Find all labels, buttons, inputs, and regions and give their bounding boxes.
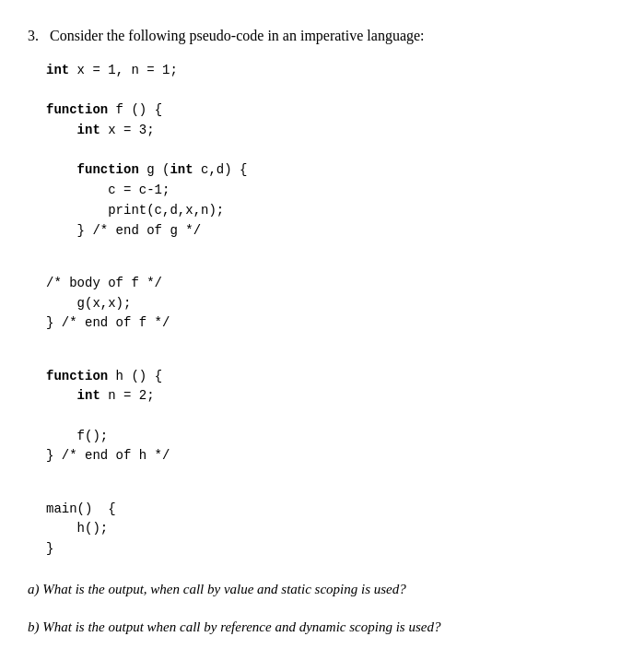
code-block: int x = 1, n = 1; function f () { int x …: [46, 61, 616, 560]
code-line-5: [46, 141, 616, 161]
code-line-6: function g (int c,d) {: [46, 160, 616, 181]
code-line-12: g(x,x);: [46, 294, 616, 314]
code-line-16: int n = 2;: [46, 386, 616, 407]
code-line-21: main() {: [46, 500, 616, 520]
code-line-23: }: [46, 539, 616, 560]
question-intro: Consider the following pseudo-code in an…: [50, 28, 425, 43]
code-line-3: function f () {: [46, 100, 616, 121]
code-line-8: print(c,d,x,n);: [46, 201, 616, 221]
code-line-18: f();: [46, 427, 616, 447]
code-line-11: /* body of f */: [46, 274, 616, 294]
question-container: 3. Consider the following pseudo-code in…: [28, 18, 616, 644]
code-line-19: } /* end of h */: [46, 446, 616, 466]
code-line-17: [46, 407, 616, 427]
code-line-9: } /* end of g */: [46, 221, 616, 242]
code-line-10: [46, 253, 616, 274]
question-number: 3.: [28, 28, 39, 43]
part-a: a) What is the output, when call by valu…: [28, 582, 616, 597]
code-line-1: int x = 1, n = 1;: [46, 61, 616, 81]
code-line-7: c = c-1;: [46, 181, 616, 201]
code-line-4: int x = 3;: [46, 121, 616, 141]
code-line-20: [46, 479, 616, 500]
code-line-15: function h () {: [46, 367, 616, 387]
code-line-2: [46, 81, 616, 101]
question-header: 3. Consider the following pseudo-code in…: [28, 28, 616, 44]
code-line-14: [46, 347, 616, 367]
code-line-22: h();: [46, 519, 616, 539]
code-line-13: } /* end of f */: [46, 313, 616, 334]
part-b: b) What is the output when call by refer…: [28, 619, 616, 635]
